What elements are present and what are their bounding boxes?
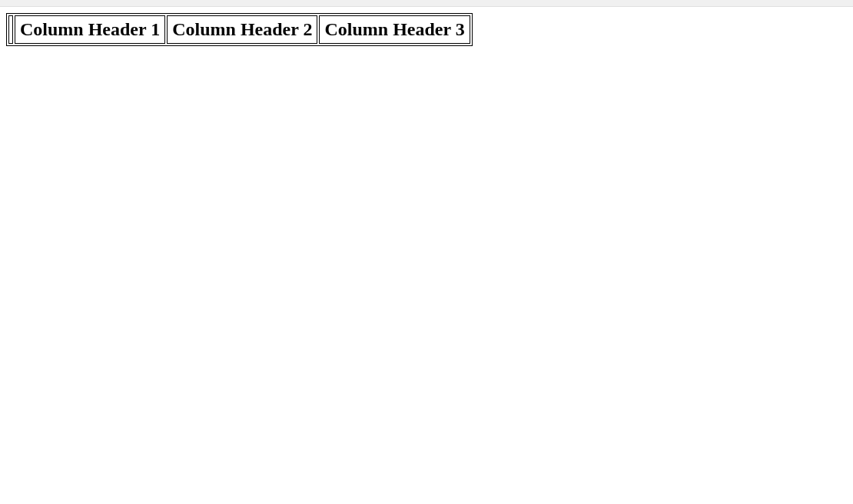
page-content: Column Header 1 Column Header 2 Column H… (0, 7, 853, 52)
table-header-col3: Column Header 3 (319, 15, 470, 44)
data-table: Column Header 1 Column Header 2 Column H… (6, 13, 473, 46)
window-top-bar (0, 0, 853, 7)
table-header-row: Column Header 1 Column Header 2 Column H… (8, 15, 470, 44)
table-header-empty (8, 15, 13, 44)
table-header-col2: Column Header 2 (167, 15, 317, 44)
table-header-col1: Column Header 1 (15, 15, 165, 44)
